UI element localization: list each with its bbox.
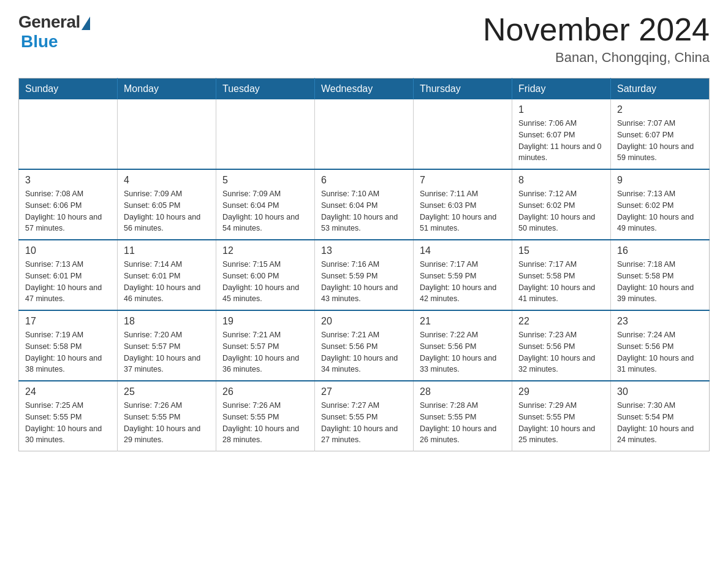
logo-general-text: General bbox=[18, 12, 80, 32]
calendar-day-cell: 16Sunrise: 7:18 AMSunset: 5:58 PMDayligh… bbox=[611, 240, 710, 310]
day-info: Sunrise: 7:10 AMSunset: 6:04 PMDaylight:… bbox=[321, 188, 407, 234]
day-info: Sunrise: 7:17 AMSunset: 5:58 PMDaylight:… bbox=[518, 259, 604, 305]
weekday-header-wednesday: Wednesday bbox=[315, 79, 414, 100]
calendar-day-cell: 18Sunrise: 7:20 AMSunset: 5:57 PMDayligh… bbox=[118, 310, 216, 381]
calendar-week-row: 10Sunrise: 7:13 AMSunset: 6:01 PMDayligh… bbox=[19, 240, 710, 310]
weekday-header-thursday: Thursday bbox=[414, 79, 512, 100]
day-number: 4 bbox=[124, 175, 210, 186]
calendar-subtitle: Banan, Chongqing, China bbox=[483, 50, 710, 66]
calendar-week-row: 1Sunrise: 7:06 AMSunset: 6:07 PMDaylight… bbox=[19, 99, 710, 169]
weekday-header-saturday: Saturday bbox=[611, 79, 710, 100]
day-info: Sunrise: 7:19 AMSunset: 5:58 PMDaylight:… bbox=[25, 329, 111, 375]
day-info: Sunrise: 7:09 AMSunset: 6:05 PMDaylight:… bbox=[124, 188, 210, 234]
calendar-day-cell: 3Sunrise: 7:08 AMSunset: 6:06 PMDaylight… bbox=[19, 169, 118, 240]
calendar-day-cell: 24Sunrise: 7:25 AMSunset: 5:55 PMDayligh… bbox=[19, 381, 118, 451]
calendar-day-cell: 5Sunrise: 7:09 AMSunset: 6:04 PMDaylight… bbox=[216, 169, 315, 240]
day-info: Sunrise: 7:24 AMSunset: 5:56 PMDaylight:… bbox=[617, 329, 703, 375]
day-info: Sunrise: 7:12 AMSunset: 6:02 PMDaylight:… bbox=[518, 188, 604, 234]
day-info: Sunrise: 7:26 AMSunset: 5:55 PMDaylight:… bbox=[124, 400, 210, 446]
day-info: Sunrise: 7:20 AMSunset: 5:57 PMDaylight:… bbox=[124, 329, 210, 375]
calendar-week-row: 24Sunrise: 7:25 AMSunset: 5:55 PMDayligh… bbox=[19, 381, 710, 451]
calendar-day-cell: 19Sunrise: 7:21 AMSunset: 5:57 PMDayligh… bbox=[216, 310, 315, 381]
calendar-day-cell: 23Sunrise: 7:24 AMSunset: 5:56 PMDayligh… bbox=[611, 310, 710, 381]
calendar-day-cell bbox=[315, 99, 414, 169]
day-number: 24 bbox=[25, 386, 111, 397]
day-info: Sunrise: 7:13 AMSunset: 6:01 PMDaylight:… bbox=[25, 259, 111, 305]
calendar-day-cell: 12Sunrise: 7:15 AMSunset: 6:00 PMDayligh… bbox=[216, 240, 315, 310]
day-info: Sunrise: 7:27 AMSunset: 5:55 PMDaylight:… bbox=[321, 400, 407, 446]
logo-blue-text: Blue bbox=[21, 32, 58, 52]
day-number: 6 bbox=[321, 175, 407, 186]
title-section: November 2024 Banan, Chongqing, China bbox=[483, 12, 710, 66]
day-number: 15 bbox=[518, 245, 604, 256]
day-info: Sunrise: 7:30 AMSunset: 5:54 PMDaylight:… bbox=[617, 400, 703, 446]
weekday-header-row: SundayMondayTuesdayWednesdayThursdayFrid… bbox=[19, 79, 710, 100]
calendar-day-cell: 4Sunrise: 7:09 AMSunset: 6:05 PMDaylight… bbox=[118, 169, 216, 240]
calendar-day-cell: 20Sunrise: 7:21 AMSunset: 5:56 PMDayligh… bbox=[315, 310, 414, 381]
calendar-day-cell: 1Sunrise: 7:06 AMSunset: 6:07 PMDaylight… bbox=[512, 99, 611, 169]
day-number: 1 bbox=[518, 104, 604, 115]
day-number: 7 bbox=[420, 175, 506, 186]
calendar-day-cell: 6Sunrise: 7:10 AMSunset: 6:04 PMDaylight… bbox=[315, 169, 414, 240]
day-number: 11 bbox=[124, 245, 210, 256]
calendar-table: SundayMondayTuesdayWednesdayThursdayFrid… bbox=[18, 78, 710, 451]
calendar-day-cell: 30Sunrise: 7:30 AMSunset: 5:54 PMDayligh… bbox=[611, 381, 710, 451]
calendar-day-cell: 29Sunrise: 7:29 AMSunset: 5:55 PMDayligh… bbox=[512, 381, 611, 451]
calendar-day-cell: 22Sunrise: 7:23 AMSunset: 5:56 PMDayligh… bbox=[512, 310, 611, 381]
day-info: Sunrise: 7:25 AMSunset: 5:55 PMDaylight:… bbox=[25, 400, 111, 446]
weekday-header-tuesday: Tuesday bbox=[216, 79, 315, 100]
day-number: 5 bbox=[222, 175, 308, 186]
calendar-day-cell: 17Sunrise: 7:19 AMSunset: 5:58 PMDayligh… bbox=[19, 310, 118, 381]
calendar-day-cell bbox=[118, 99, 216, 169]
day-info: Sunrise: 7:21 AMSunset: 5:56 PMDaylight:… bbox=[321, 329, 407, 375]
day-number: 30 bbox=[617, 386, 703, 397]
calendar-day-cell: 2Sunrise: 7:07 AMSunset: 6:07 PMDaylight… bbox=[611, 99, 710, 169]
calendar-title: November 2024 bbox=[483, 12, 710, 47]
calendar-day-cell: 14Sunrise: 7:17 AMSunset: 5:59 PMDayligh… bbox=[414, 240, 512, 310]
calendar-day-cell: 9Sunrise: 7:13 AMSunset: 6:02 PMDaylight… bbox=[611, 169, 710, 240]
page-header: General Blue November 2024 Banan, Chongq… bbox=[18, 12, 710, 66]
day-info: Sunrise: 7:07 AMSunset: 6:07 PMDaylight:… bbox=[617, 118, 703, 164]
calendar-day-cell: 28Sunrise: 7:28 AMSunset: 5:55 PMDayligh… bbox=[414, 381, 512, 451]
day-info: Sunrise: 7:28 AMSunset: 5:55 PMDaylight:… bbox=[420, 400, 506, 446]
day-number: 12 bbox=[222, 245, 308, 256]
day-info: Sunrise: 7:14 AMSunset: 6:01 PMDaylight:… bbox=[124, 259, 210, 305]
day-number: 2 bbox=[617, 104, 703, 115]
day-number: 17 bbox=[25, 316, 111, 327]
day-number: 9 bbox=[617, 175, 703, 186]
day-info: Sunrise: 7:21 AMSunset: 5:57 PMDaylight:… bbox=[222, 329, 308, 375]
day-number: 18 bbox=[124, 316, 210, 327]
day-number: 28 bbox=[420, 386, 506, 397]
weekday-header-monday: Monday bbox=[118, 79, 216, 100]
day-number: 8 bbox=[518, 175, 604, 186]
weekday-header-friday: Friday bbox=[512, 79, 611, 100]
calendar-day-cell: 26Sunrise: 7:26 AMSunset: 5:55 PMDayligh… bbox=[216, 381, 315, 451]
day-number: 13 bbox=[321, 245, 407, 256]
day-info: Sunrise: 7:13 AMSunset: 6:02 PMDaylight:… bbox=[617, 188, 703, 234]
day-info: Sunrise: 7:15 AMSunset: 6:00 PMDaylight:… bbox=[222, 259, 308, 305]
calendar-day-cell: 15Sunrise: 7:17 AMSunset: 5:58 PMDayligh… bbox=[512, 240, 611, 310]
calendar-day-cell: 25Sunrise: 7:26 AMSunset: 5:55 PMDayligh… bbox=[118, 381, 216, 451]
day-info: Sunrise: 7:23 AMSunset: 5:56 PMDaylight:… bbox=[518, 329, 604, 375]
day-number: 27 bbox=[321, 386, 407, 397]
calendar-day-cell bbox=[19, 99, 118, 169]
calendar-day-cell: 27Sunrise: 7:27 AMSunset: 5:55 PMDayligh… bbox=[315, 381, 414, 451]
calendar-week-row: 17Sunrise: 7:19 AMSunset: 5:58 PMDayligh… bbox=[19, 310, 710, 381]
day-info: Sunrise: 7:29 AMSunset: 5:55 PMDaylight:… bbox=[518, 400, 604, 446]
day-number: 25 bbox=[124, 386, 210, 397]
day-number: 19 bbox=[222, 316, 308, 327]
day-info: Sunrise: 7:09 AMSunset: 6:04 PMDaylight:… bbox=[222, 188, 308, 234]
day-number: 14 bbox=[420, 245, 506, 256]
calendar-day-cell: 7Sunrise: 7:11 AMSunset: 6:03 PMDaylight… bbox=[414, 169, 512, 240]
calendar-day-cell: 13Sunrise: 7:16 AMSunset: 5:59 PMDayligh… bbox=[315, 240, 414, 310]
weekday-header-sunday: Sunday bbox=[19, 79, 118, 100]
day-number: 16 bbox=[617, 245, 703, 256]
day-number: 23 bbox=[617, 316, 703, 327]
calendar-day-cell: 10Sunrise: 7:13 AMSunset: 6:01 PMDayligh… bbox=[19, 240, 118, 310]
calendar-day-cell: 21Sunrise: 7:22 AMSunset: 5:56 PMDayligh… bbox=[414, 310, 512, 381]
day-info: Sunrise: 7:06 AMSunset: 6:07 PMDaylight:… bbox=[518, 118, 604, 164]
calendar-day-cell bbox=[216, 99, 315, 169]
day-info: Sunrise: 7:08 AMSunset: 6:06 PMDaylight:… bbox=[25, 188, 111, 234]
day-info: Sunrise: 7:22 AMSunset: 5:56 PMDaylight:… bbox=[420, 329, 506, 375]
logo: General Blue bbox=[18, 12, 90, 52]
